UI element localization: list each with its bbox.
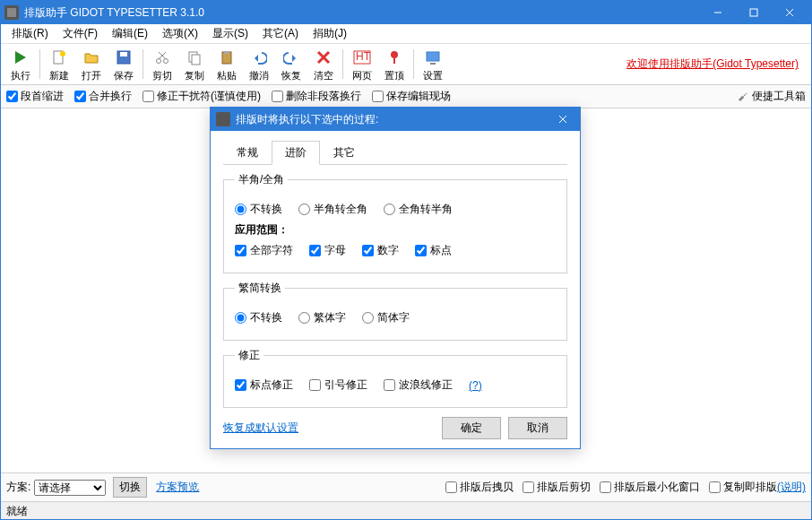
after-minimize-checkbox[interactable]: 排版后最小化窗口: [600, 480, 700, 495]
tab-advanced[interactable]: 进阶: [272, 141, 320, 165]
svg-rect-9: [120, 52, 127, 56]
no-convert-radio[interactable]: 不转换: [235, 202, 282, 217]
settings-button[interactable]: 设置: [417, 46, 449, 83]
menu-display[interactable]: 显示(S): [205, 24, 255, 43]
minimize-button[interactable]: [700, 1, 736, 24]
execute-button[interactable]: 执行: [4, 46, 37, 83]
copy-icon: [185, 48, 204, 67]
pin-icon: [384, 48, 404, 67]
copy-then-typeset-checkbox[interactable]: 复制即排版: [709, 480, 777, 495]
redo-icon: [281, 48, 301, 67]
scheme-select[interactable]: 请选择: [34, 480, 106, 496]
svg-rect-0: [7, 8, 16, 17]
folder-open-icon: [82, 48, 101, 67]
paste-button[interactable]: 粘贴: [211, 46, 243, 83]
tab-other[interactable]: 其它: [320, 141, 368, 165]
new-icon: [49, 48, 69, 67]
copy-button[interactable]: 复制: [178, 46, 211, 83]
svg-point-10: [157, 58, 161, 63]
svg-marker-18: [255, 55, 258, 62]
punctuation-fix-checkbox[interactable]: 标点修正: [235, 377, 293, 393]
svg-rect-15: [192, 55, 200, 65]
svg-rect-2: [750, 9, 757, 16]
ts-no-convert-radio[interactable]: 不转换: [235, 310, 282, 325]
undo-icon: [249, 48, 269, 67]
settings-dialog: 排版时将执行以下选中的过程: 常规 进阶 其它 半角/全角 不转换 半角转全角 …: [210, 107, 581, 449]
toolbar: 执行 新建 打开 保存 剪切 复制 粘贴 撤消 恢复 清空 HTML网页 置顶 …: [1, 44, 811, 85]
indent-checkbox[interactable]: 段首缩进: [6, 89, 64, 104]
help-link[interactable]: (?): [469, 379, 482, 392]
undo-button[interactable]: 撤消: [243, 46, 275, 83]
dialog-title-bar: 排版时将执行以下选中的过程:: [211, 108, 580, 131]
dialog-close-button[interactable]: [551, 108, 574, 131]
save-scene-checkbox[interactable]: 保存编辑现场: [372, 89, 451, 104]
letters-checkbox[interactable]: 字母: [309, 243, 346, 258]
menu-donate[interactable]: 捐助(J): [306, 24, 354, 43]
trad-simp-group: 繁简转换 不转换 繁体字 简体字: [223, 281, 567, 341]
quote-fix-checkbox[interactable]: 引号修正: [309, 377, 367, 393]
merge-wrap-checkbox[interactable]: 合并换行: [74, 89, 132, 104]
preview-link[interactable]: 方案预览: [156, 480, 199, 495]
all-chars-checkbox[interactable]: 全部字符: [235, 243, 293, 258]
scope-label: 应用范围：: [235, 222, 556, 238]
menu-edit[interactable]: 编辑(E): [105, 24, 155, 43]
svg-point-11: [164, 58, 168, 63]
new-button[interactable]: 新建: [43, 46, 75, 83]
open-button[interactable]: 打开: [75, 46, 108, 83]
maximize-button[interactable]: [736, 1, 772, 24]
svg-point-7: [60, 51, 65, 56]
punctuation-checkbox[interactable]: 标点: [415, 243, 452, 258]
after-drag-checkbox[interactable]: 排版后拽贝: [445, 480, 514, 495]
svg-marker-5: [15, 51, 26, 64]
clear-icon: [314, 48, 333, 67]
cut-button[interactable]: 剪切: [146, 46, 178, 83]
close-button[interactable]: [772, 1, 808, 24]
note-link[interactable]: (说明): [777, 480, 806, 495]
redo-button[interactable]: 恢复: [275, 46, 307, 83]
svg-rect-26: [427, 52, 439, 61]
play-icon: [11, 48, 30, 67]
menu-typeset[interactable]: 排版(R): [4, 24, 56, 43]
bottom-bar: 方案: 请选择 切换 方案预览 排版后拽贝 排版后剪切 排版后最小化窗口 复制即…: [1, 472, 811, 501]
svg-marker-19: [292, 55, 296, 62]
wave-fix-checkbox[interactable]: 波浪线修正: [384, 377, 453, 393]
dialog-app-icon: [216, 112, 230, 126]
toolbox-link[interactable]: 便捷工具箱: [737, 89, 806, 104]
svg-point-24: [391, 51, 398, 58]
save-button[interactable]: 保存: [108, 46, 140, 83]
welcome-link[interactable]: 欢迎使用排版助手(Gidot Typesetter): [626, 56, 808, 72]
delete-non-paragraph-checkbox[interactable]: 删除非段落换行: [272, 89, 361, 104]
svg-rect-17: [224, 51, 229, 54]
numbers-checkbox[interactable]: 数字: [362, 243, 399, 258]
window-title: 排版助手 GIDOT TYPESETTER 3.1.0: [24, 5, 700, 21]
after-cut-checkbox[interactable]: 排版后剪切: [523, 480, 591, 495]
menu-file[interactable]: 文件(F): [56, 24, 105, 43]
webpage-button[interactable]: HTML网页: [346, 46, 378, 83]
halfwidth-group: 半角/全角 不转换 半角转全角 全角转半角 应用范围： 全部字符 字母 数字 标…: [223, 172, 567, 273]
simplified-radio[interactable]: 简体字: [362, 310, 410, 325]
dialog-tabs: 常规 进阶 其它: [223, 140, 567, 165]
clipboard-icon: [217, 48, 237, 67]
svg-text:HTML: HTML: [356, 50, 371, 63]
tab-general[interactable]: 常规: [223, 141, 272, 165]
traditional-radio[interactable]: 繁体字: [298, 310, 346, 325]
save-icon: [114, 48, 134, 67]
menu-bar: 排版(R) 文件(F) 编辑(E) 选项(X) 显示(S) 其它(A) 捐助(J…: [1, 24, 811, 44]
menu-other[interactable]: 其它(A): [255, 24, 306, 43]
clear-button[interactable]: 清空: [307, 46, 340, 83]
status-text: 就绪: [6, 505, 28, 517]
fix-group: 修正 标点修正 引号修正 波浪线修正 (?): [223, 348, 567, 408]
half-to-full-radio[interactable]: 半角转全角: [298, 202, 367, 217]
wrench-icon: [737, 91, 749, 103]
switch-button[interactable]: 切换: [113, 477, 147, 498]
html-icon: HTML: [352, 48, 372, 67]
restore-defaults-link[interactable]: 恢复成默认设置: [223, 420, 298, 436]
pin-top-button[interactable]: 置顶: [378, 46, 410, 83]
ok-button[interactable]: 确定: [442, 417, 501, 439]
full-to-half-radio[interactable]: 全角转半角: [384, 202, 453, 217]
menu-options[interactable]: 选项(X): [155, 24, 205, 43]
title-bar: 排版助手 GIDOT TYPESETTER 3.1.0: [1, 1, 811, 24]
app-icon: [4, 5, 19, 20]
fix-interference-checkbox[interactable]: 修正干扰符(谨慎使用): [143, 89, 261, 104]
cancel-button[interactable]: 取消: [508, 417, 567, 439]
